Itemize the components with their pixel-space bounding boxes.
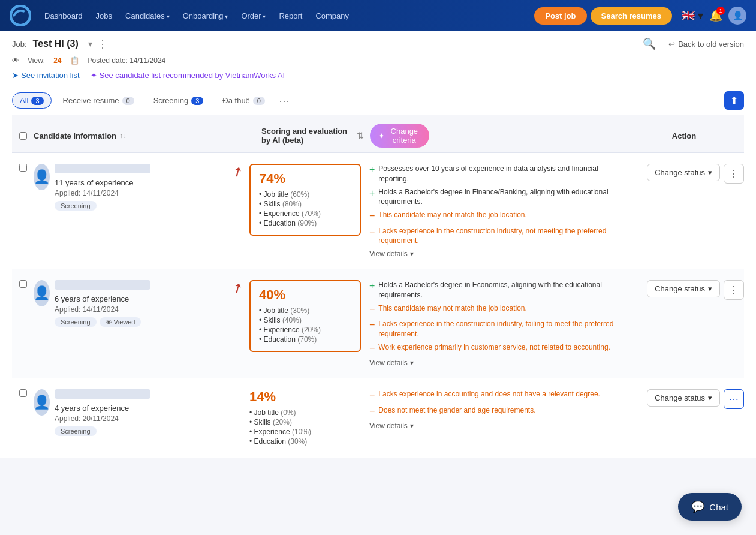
chevron-down-icon: ▾ xyxy=(708,168,712,177)
score-box-col: 40% • Job title (30%) • Skills (40%) • E… xyxy=(249,280,369,352)
title-more-icon[interactable]: ⋮ xyxy=(97,37,109,50)
job-title: Test HI (3) xyxy=(33,38,79,49)
minus-icon: − xyxy=(369,389,375,402)
table-row: 👤 4 years of experience Applied: 20/11/2… xyxy=(12,378,744,458)
score-box: 40% • Job title (30%) • Skills (40%) • E… xyxy=(249,280,361,352)
tab-receive-badge: 0 xyxy=(122,97,134,105)
score-box-col: 14% • Job title (0%) • Skills (20%) • Ex… xyxy=(249,389,369,447)
search-button[interactable]: 🔍 xyxy=(643,37,656,50)
action-col: Change status ▾ ⋮ xyxy=(624,164,744,184)
nav-onboarding[interactable]: Onboarding xyxy=(178,8,233,24)
nav-order[interactable]: Order xyxy=(236,8,270,24)
change-status-button[interactable]: Change status ▾ xyxy=(647,280,720,297)
avatar: 👤 xyxy=(34,280,50,306)
chevron-down-icon: ▾ xyxy=(708,393,712,402)
tab-all-badge: 3 xyxy=(31,97,43,105)
candidate-exp: 11 years of experience xyxy=(55,178,218,187)
sparkle-icon: ✦ xyxy=(378,131,385,140)
nav-jobs[interactable]: Jobs xyxy=(91,8,117,24)
candidate-info: 4 years of experience Applied: 20/11/202… xyxy=(55,389,225,436)
minus-icon: − xyxy=(369,342,375,355)
job-label: Job: xyxy=(12,40,27,49)
language-flag[interactable]: 🇬🇧 ▾ xyxy=(682,9,703,22)
select-all-checkbox[interactable] xyxy=(19,132,27,140)
chevron-down-icon: ▾ xyxy=(708,284,712,293)
score-job-title: • Job title (60%) xyxy=(259,190,351,199)
score-box-col: 74% • Job title (60%) • Skills (80%) • E… xyxy=(249,164,369,236)
nav-report[interactable]: Report xyxy=(274,8,307,24)
screening-tag: Screening xyxy=(55,317,97,327)
minus-icon: − xyxy=(369,318,375,332)
user-avatar[interactable]: 👤 xyxy=(728,7,746,25)
tabs-more-icon[interactable]: ⋯ xyxy=(279,94,290,107)
view-details-link[interactable]: View details ▾ xyxy=(369,422,618,430)
posted-date: Posted date: 14/11/2024 xyxy=(88,56,166,65)
candidate-list: 👤 11 years of experience Applied: 14/11/… xyxy=(0,153,756,458)
sort-icon[interactable]: ↑↓ xyxy=(119,131,126,140)
row-checkbox[interactable] xyxy=(19,280,27,288)
candidate-applied: Applied: 14/11/2024 xyxy=(55,305,218,314)
search-resumes-button[interactable]: Search resumes xyxy=(591,7,672,25)
tab-screening[interactable]: Screening 3 xyxy=(146,92,212,109)
table-row: 👤 6 years of experience Applied: 14/11/2… xyxy=(12,269,744,378)
change-status-button[interactable]: Change status ▾ xyxy=(647,389,720,407)
score-percent: 40% xyxy=(259,287,351,303)
tab-all[interactable]: All 3 xyxy=(12,92,52,109)
logo[interactable] xyxy=(10,5,31,26)
candidate-tags: Screening xyxy=(55,426,218,436)
invitation-list-link[interactable]: ➤ See invitation list xyxy=(12,71,80,80)
avatar: 👤 xyxy=(34,164,50,190)
minus-icon: − xyxy=(369,209,375,223)
divider xyxy=(662,38,662,50)
change-criteria-button[interactable]: ✦ Change criteria xyxy=(370,124,429,148)
tab-hired[interactable]: Đã thuê 0 xyxy=(215,92,273,109)
viewed-tag: 👁 Viewed xyxy=(100,317,141,327)
filter-icon[interactable]: ⇅ xyxy=(357,131,364,140)
screening-tag: Screening xyxy=(55,201,97,211)
view-icon: 👁 xyxy=(12,56,19,65)
back-to-old-version-button[interactable]: ↩ Back to old version xyxy=(668,40,744,49)
undo-icon: ↩ xyxy=(668,40,675,49)
tab-hired-badge: 0 xyxy=(253,97,265,105)
ai-recommendation-link[interactable]: ✦ See candidate list recommended by Viet… xyxy=(91,71,285,80)
change-status-button[interactable]: Change status ▾ xyxy=(647,164,720,181)
upload-button[interactable]: ⬆ xyxy=(724,91,744,110)
screening-tag: Screening xyxy=(55,426,97,436)
minus-icon: − xyxy=(369,405,375,418)
eval-col: −Lacks experience in accounting and does… xyxy=(369,389,624,430)
score-experience: • Experience (10%) xyxy=(249,428,361,436)
score-experience: • Experience (70%) xyxy=(259,209,351,218)
score-percent: 74% xyxy=(259,171,351,187)
view-count: 24 xyxy=(53,56,61,65)
candidate-applied: Applied: 20/11/2024 xyxy=(55,414,218,423)
score-skills: • Skills (80%) xyxy=(259,200,351,208)
view-details-link[interactable]: View details ▾ xyxy=(369,250,618,258)
view-details-link[interactable]: View details ▾ xyxy=(369,359,618,367)
notification-bell[interactable]: 🔔 1 xyxy=(709,9,722,22)
more-action-button-active[interactable]: ⋯ xyxy=(724,389,744,409)
title-chevron-icon[interactable]: ▾ xyxy=(88,39,92,49)
avatar: 👤 xyxy=(34,389,50,416)
row-checkbox[interactable] xyxy=(19,164,27,172)
nav-company[interactable]: Company xyxy=(311,8,354,24)
row-checkbox[interactable] xyxy=(19,389,27,397)
nav-candidates[interactable]: Candidates xyxy=(121,8,174,24)
tab-screening-badge: 3 xyxy=(191,97,203,105)
score-box: 74% • Job title (60%) • Skills (80%) • E… xyxy=(249,164,361,236)
score-job-title: • Job title (30%) xyxy=(259,306,351,315)
chevron-down-icon: ▾ xyxy=(410,359,414,367)
navbar: Dashboard Jobs Candidates Onboarding Ord… xyxy=(0,0,756,31)
more-action-button[interactable]: ⋮ xyxy=(724,164,744,184)
candidate-info-label: Candidate information xyxy=(34,131,116,140)
candidate-tags: Screening xyxy=(55,201,218,211)
nav-dashboard[interactable]: Dashboard xyxy=(40,8,88,24)
post-job-button[interactable]: Post job xyxy=(534,7,586,25)
arrow-icon: ➚ xyxy=(229,162,246,181)
score-experience: • Experience (20%) xyxy=(259,326,351,334)
score-education: • Education (70%) xyxy=(259,335,351,344)
chevron-down-icon: ▾ xyxy=(410,250,414,258)
more-action-button[interactable]: ⋮ xyxy=(724,280,744,300)
minus-icon: − xyxy=(369,303,375,316)
score-skills: • Skills (40%) xyxy=(259,316,351,324)
tab-receive-resume[interactable]: Receive resume 0 xyxy=(55,92,142,109)
